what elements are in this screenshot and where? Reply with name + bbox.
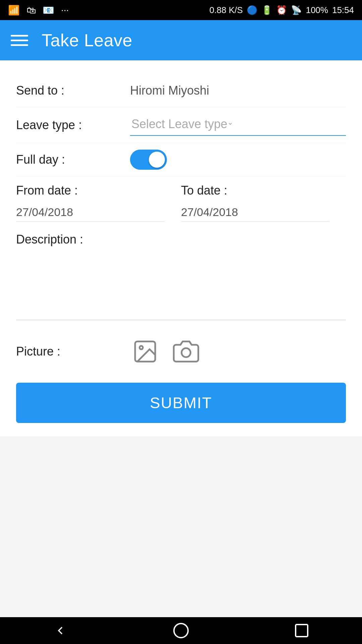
hamburger-line-1: [11, 35, 28, 37]
shop-icon: 🛍: [26, 5, 36, 16]
picture-row: Picture :: [16, 326, 346, 377]
description-input[interactable]: [16, 253, 346, 320]
submit-button[interactable]: SUBMIT: [16, 383, 346, 423]
to-date-label: To date :: [181, 183, 346, 198]
status-bar: 📶 🛍 📧 ··· 0.88 K/S 🔵 🔋 ⏰ 📡 100% 15:54: [0, 0, 362, 20]
hamburger-line-2: [11, 40, 28, 41]
battery-percent: 100%: [306, 5, 328, 15]
time-display: 15:54: [332, 5, 354, 15]
description-row: Description :: [16, 222, 346, 326]
leave-type-label: Leave type :: [16, 118, 130, 132]
toggle-thumb: [149, 152, 165, 168]
toggle-track: [130, 150, 167, 170]
svg-point-2: [182, 348, 191, 357]
battery-icon: 🔋: [261, 5, 272, 15]
date-row: From date : To date :: [16, 177, 346, 222]
from-date-input[interactable]: [16, 203, 165, 222]
app-bar: Take Leave: [0, 20, 362, 60]
status-bar-left: 📶 🛍 📧 ···: [8, 5, 69, 16]
network-icon: 📡: [291, 5, 302, 15]
camera-icon[interactable]: [171, 336, 201, 367]
home-icon[interactable]: [173, 622, 189, 639]
leave-type-select[interactable]: Select Leave type Annual Leave Sick Leav…: [130, 114, 233, 134]
send-to-row: Send to : Hiromi Miyoshi: [16, 74, 346, 107]
send-to-value: Hiromi Miyoshi: [130, 84, 346, 98]
bluetooth-icon: 🔵: [247, 5, 257, 15]
app-title: Take Leave: [42, 30, 132, 50]
form-content: Send to : Hiromi Miyoshi Leave type : Se…: [0, 60, 362, 436]
nav-bar: [0, 617, 362, 644]
full-day-toggle[interactable]: [130, 150, 167, 170]
full-day-label: Full day :: [16, 153, 130, 167]
to-date-input[interactable]: [181, 203, 329, 222]
full-day-row: Full day :: [16, 143, 346, 177]
more-icon: ···: [61, 5, 69, 15]
from-date-col: From date :: [16, 183, 181, 222]
signal-icon: 📶: [8, 5, 20, 16]
picture-label: Picture :: [16, 344, 130, 359]
back-icon[interactable]: [52, 622, 69, 639]
hamburger-line-3: [11, 44, 28, 46]
description-label: Description :: [16, 232, 346, 247]
recent-apps-icon[interactable]: [293, 622, 310, 639]
gallery-icon[interactable]: [130, 336, 160, 367]
leave-type-select-wrapper[interactable]: Select Leave type Annual Leave Sick Leav…: [130, 114, 346, 136]
outlook-icon: 📧: [43, 5, 54, 16]
hamburger-menu-icon[interactable]: [11, 35, 28, 46]
send-to-label: Send to :: [16, 84, 130, 98]
to-date-col: To date :: [181, 183, 346, 222]
svg-point-1: [139, 346, 143, 349]
status-bar-right: 0.88 K/S 🔵 🔋 ⏰ 📡 100% 15:54: [209, 5, 354, 15]
network-speed: 0.88 K/S: [209, 5, 243, 15]
picture-icons: [130, 336, 201, 367]
alarm-icon: ⏰: [276, 5, 287, 15]
from-date-label: From date :: [16, 183, 181, 198]
leave-type-row: Leave type : Select Leave type Annual Le…: [16, 107, 346, 143]
